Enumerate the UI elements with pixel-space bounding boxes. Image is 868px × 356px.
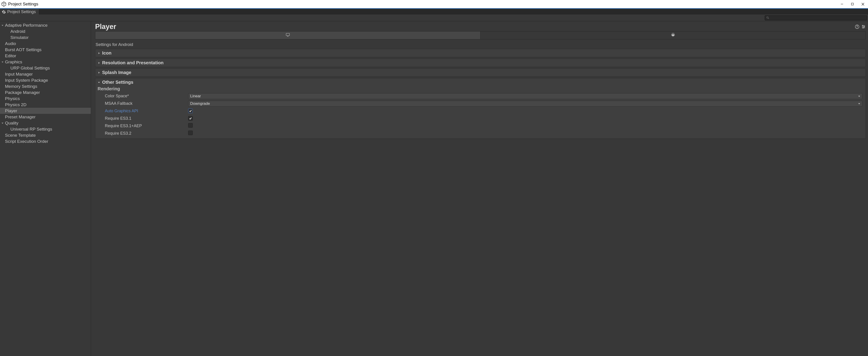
sidebar-item-label: Editor (5, 54, 16, 58)
sidebar-item-label: Quality (5, 121, 18, 126)
chevron-down-icon (858, 94, 860, 98)
foldout-spacer (1, 85, 4, 88)
platform-tabs (95, 31, 866, 39)
chevron-down-icon (1, 60, 4, 64)
toolbar (0, 14, 868, 21)
property-label: Color Space* (98, 94, 188, 98)
help-button[interactable] (855, 25, 859, 29)
property-label: Auto Graphics API (98, 109, 188, 114)
platform-tab-android[interactable] (480, 31, 866, 39)
foldout-header-other-settings[interactable]: Other Settings (98, 80, 863, 85)
sidebar-item-input-manager[interactable]: Input Manager (0, 71, 91, 77)
svg-point-17 (672, 34, 673, 34)
svg-point-7 (857, 27, 857, 28)
search-icon (766, 16, 769, 20)
foldout-spacer (6, 67, 9, 70)
svg-point-12 (864, 26, 865, 27)
sidebar-item-physics[interactable]: Physics (0, 96, 91, 102)
sidebar-item-label: Memory Settings (5, 84, 37, 89)
sidebar-item-label: Burst AOT Settings (5, 47, 41, 52)
sidebar-item-scene-template[interactable]: Scene Template (0, 132, 91, 138)
foldout-spacer (1, 54, 4, 58)
checkbox-require-es3-1[interactable] (188, 116, 193, 121)
dropdown-color-space-[interactable]: Linear (188, 93, 862, 99)
sidebar-item-editor[interactable]: Editor (0, 53, 91, 59)
foldout-splash-image: Splash Image (95, 68, 866, 77)
property-row-require-es3-1-aep: Require ES3.1+AEP (98, 122, 863, 130)
foldout-spacer (1, 116, 4, 119)
checkbox-auto-graphics-api[interactable] (188, 109, 193, 113)
foldout-header[interactable]: Resolution and Presentation (98, 60, 863, 65)
chevron-down-icon (1, 122, 4, 125)
sidebar-item-input-system-package[interactable]: Input System Package (0, 77, 91, 83)
sidebar-item-label: URP Global Settings (10, 66, 50, 71)
sidebar-item-label: Physics 2D (5, 102, 27, 107)
svg-rect-14 (286, 33, 290, 35)
sidebar-item-label: Preset Manager (5, 115, 36, 120)
foldout-spacer (1, 79, 4, 82)
foldout-header[interactable]: Splash Image (98, 70, 863, 75)
android-icon (671, 33, 675, 38)
sidebar-item-physics-2d[interactable]: Physics 2D (0, 102, 91, 108)
search-input[interactable] (770, 16, 866, 20)
svg-rect-20 (672, 34, 672, 35)
sidebar-item-universal-rp-settings[interactable]: Universal RP Settings (0, 126, 91, 132)
sidebar-item-adaptive-performance[interactable]: Adaptive Performance (0, 22, 91, 28)
sidebar-item-quality[interactable]: Quality (0, 120, 91, 126)
window-close-button[interactable] (858, 0, 868, 8)
property-row-require-es3-2: Require ES3.2 (98, 130, 863, 137)
sidebar-item-label: Player (5, 108, 17, 114)
chevron-down-icon (1, 24, 4, 27)
property-label: Require ES3.1+AEP (98, 124, 188, 128)
property-row-require-es3-1: Require ES3.1 (98, 115, 863, 122)
sidebar-item-burst-aot-settings[interactable]: Burst AOT Settings (0, 46, 91, 53)
sidebar-item-label: Package Manager (5, 90, 40, 95)
property-row-color-space-: Color Space*Linear (98, 92, 863, 100)
gear-icon (2, 10, 6, 14)
sidebar-item-simulator[interactable]: Simulator (0, 34, 91, 40)
chevron-right-icon (98, 71, 100, 74)
foldout-spacer (1, 109, 4, 112)
platform-tab-desktop[interactable] (95, 31, 480, 39)
checkbox-require-es3-2[interactable] (188, 131, 193, 135)
foldout-spacer (1, 103, 4, 106)
sidebar-item-audio[interactable]: Audio (0, 40, 91, 46)
preset-button[interactable] (861, 25, 866, 29)
sidebar-item-package-manager[interactable]: Package Manager (0, 89, 91, 96)
foldout-spacer (1, 97, 4, 100)
editor-tab-strip: Project Settings (0, 8, 868, 14)
checkbox-require-es3-1-aep[interactable] (188, 123, 193, 128)
sidebar-item-graphics[interactable]: Graphics (0, 59, 91, 65)
sidebar-item-android[interactable]: Android (0, 28, 91, 34)
sidebar-item-label: Simulator (10, 35, 29, 40)
foldout-spacer (6, 36, 9, 39)
sidebar-item-preset-manager[interactable]: Preset Manager (0, 114, 91, 120)
unity-app-icon (1, 2, 6, 6)
settings-sidebar[interactable]: Adaptive PerformanceAndroidSimulatorAudi… (0, 21, 91, 356)
chevron-right-icon (98, 52, 100, 55)
sidebar-item-label: Input System Package (5, 78, 48, 83)
foldout-spacer (1, 140, 4, 143)
search-field[interactable] (765, 15, 867, 20)
sidebar-item-label: Physics (5, 96, 20, 101)
svg-point-11 (862, 25, 863, 26)
tab-project-settings[interactable]: Project Settings (0, 9, 39, 14)
dropdown-msaa-fallback[interactable]: Downgrade (188, 101, 862, 106)
sidebar-item-player[interactable]: Player (0, 108, 91, 114)
svg-rect-1 (851, 3, 854, 5)
sidebar-item-label: Android (10, 29, 25, 34)
dropdown-value: Linear (190, 94, 201, 98)
foldout-header[interactable]: Icon (98, 51, 863, 56)
sidebar-item-label: Script Execution Order (5, 139, 48, 144)
sidebar-item-script-execution-order[interactable]: Script Execution Order (0, 138, 91, 144)
settings-for-label: Settings for Android (95, 41, 866, 49)
svg-rect-21 (674, 34, 675, 35)
sidebar-item-label: Universal RP Settings (10, 127, 52, 132)
window-maximize-button[interactable] (847, 0, 858, 8)
chevron-down-icon (858, 101, 860, 106)
sidebar-item-memory-settings[interactable]: Memory Settings (0, 83, 91, 89)
svg-rect-23 (674, 36, 674, 37)
window-title: Project Settings (8, 2, 38, 6)
window-minimize-button[interactable] (837, 0, 847, 8)
sidebar-item-urp-global-settings[interactable]: URP Global Settings (0, 65, 91, 71)
